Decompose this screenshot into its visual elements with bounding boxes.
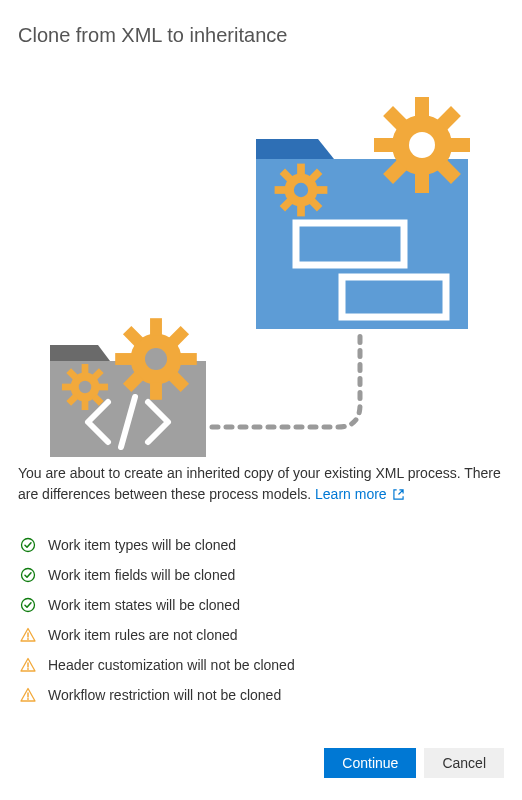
status-item: Workflow restriction will not be cloned (18, 680, 504, 710)
checkmark-icon (20, 567, 36, 583)
status-item: Work item types will be cloned (18, 530, 504, 560)
svg-rect-15 (297, 205, 305, 216)
svg-point-53 (27, 698, 29, 700)
svg-rect-4 (415, 97, 429, 117)
svg-rect-5 (415, 173, 429, 193)
svg-rect-17 (316, 186, 327, 194)
svg-rect-27 (150, 383, 162, 400)
illustration-diagram (18, 67, 504, 457)
status-item-text: Work item types will be cloned (48, 537, 236, 553)
status-item: Header customization will not be cloned (18, 650, 504, 680)
warning-icon (20, 657, 36, 673)
learn-more-link[interactable]: Learn more (315, 486, 403, 502)
svg-point-44 (79, 381, 91, 393)
svg-rect-36 (82, 364, 89, 374)
status-item-text: Header customization will not be cloned (48, 657, 295, 673)
svg-rect-28 (115, 353, 132, 365)
svg-rect-16 (275, 186, 286, 194)
button-row: Continue Cancel (324, 748, 504, 778)
svg-rect-37 (82, 400, 89, 410)
status-item: Work item fields will be cloned (18, 560, 504, 590)
dialog-title: Clone from XML to inheritance (18, 24, 504, 47)
checkmark-icon (20, 597, 36, 613)
svg-rect-6 (374, 138, 394, 152)
warning-icon (20, 687, 36, 703)
svg-rect-29 (180, 353, 197, 365)
description-prefix: You are about to create an inherited cop… (18, 465, 501, 502)
svg-rect-14 (297, 164, 305, 175)
continue-button[interactable]: Continue (324, 748, 416, 778)
status-item-text: Work item states will be cloned (48, 597, 240, 613)
svg-point-34 (145, 348, 167, 370)
status-item: Work item rules are not cloned (18, 620, 504, 650)
checkmark-icon (20, 537, 36, 553)
svg-point-51 (27, 668, 29, 670)
status-item-text: Work item rules are not cloned (48, 627, 238, 643)
cancel-button[interactable]: Cancel (424, 748, 504, 778)
status-list: Work item types will be cloned Work item… (18, 530, 504, 710)
status-item: Work item states will be cloned (18, 590, 504, 620)
status-item-text: Workflow restriction will not be cloned (48, 687, 281, 703)
svg-rect-39 (98, 384, 108, 391)
svg-point-12 (409, 132, 435, 158)
external-link-icon (393, 485, 404, 506)
svg-rect-38 (62, 384, 72, 391)
description-text: You are about to create an inherited cop… (18, 463, 504, 506)
svg-rect-26 (150, 318, 162, 335)
svg-point-22 (294, 183, 308, 197)
warning-icon (20, 627, 36, 643)
svg-rect-7 (450, 138, 470, 152)
status-item-text: Work item fields will be cloned (48, 567, 235, 583)
svg-point-49 (27, 638, 29, 640)
